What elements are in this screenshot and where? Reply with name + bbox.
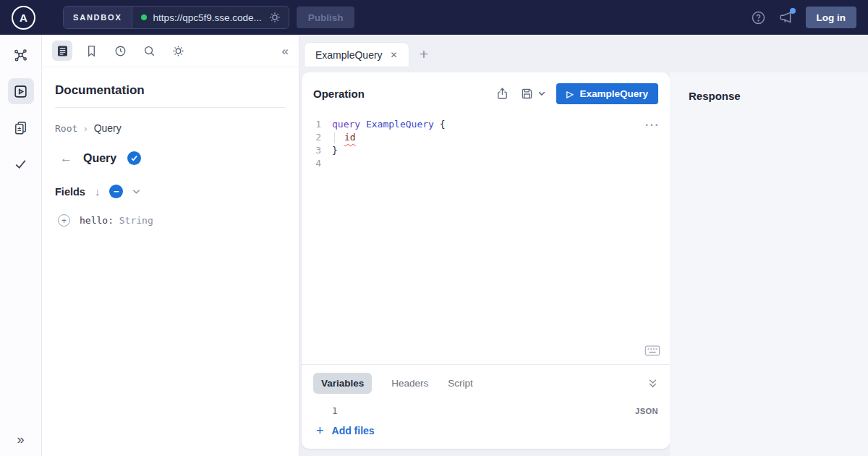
- apollo-logo-letter: A: [20, 12, 27, 24]
- connection-status-dot: [141, 14, 147, 20]
- explorer-play-icon[interactable]: [8, 78, 34, 104]
- checks-icon[interactable]: [8, 151, 34, 177]
- editor-more-menu-icon[interactable]: ⋯: [644, 117, 660, 132]
- add-files-label: Add files: [332, 425, 375, 436]
- operation-tabstrip: ExampleQuery ✕ +: [299, 35, 868, 72]
- schema-graph-icon[interactable]: [8, 42, 34, 68]
- operation-editor[interactable]: 1 query ExampleQuery { 2 id 3 } 4: [302, 113, 670, 364]
- schema-changes-icon[interactable]: ±: [8, 114, 34, 140]
- collapse-panel-double-chevron-icon[interactable]: [647, 378, 658, 389]
- code-operation-name: ExampleQuery: [366, 119, 434, 130]
- close-tab-icon[interactable]: ✕: [391, 51, 398, 59]
- operation-title: Operation: [313, 88, 365, 100]
- announcements-megaphone-icon[interactable]: [778, 10, 793, 25]
- operation-header: Operation: [302, 72, 670, 113]
- explorer-settings-gear-icon[interactable]: [168, 41, 188, 61]
- run-play-icon: ▷: [566, 90, 573, 98]
- code-line-1[interactable]: 1 query ExampleQuery {: [302, 118, 670, 131]
- operation-tab-title: ExampleQuery: [315, 49, 383, 61]
- variables-editor-row[interactable]: 1 JSON: [313, 394, 658, 416]
- field-row-hello[interactable]: + hello: String: [55, 214, 286, 227]
- code-line-3[interactable]: 3 }: [302, 144, 670, 157]
- add-files-button[interactable]: + Add files: [313, 416, 375, 449]
- publish-button[interactable]: Publish: [297, 7, 355, 28]
- response-panel: Response: [670, 72, 868, 456]
- apollo-logo[interactable]: A: [12, 6, 35, 30]
- collapse-docs-panel-icon[interactable]: «: [282, 45, 289, 57]
- operation-settings-tabs: Variables Headers Script: [313, 373, 658, 394]
- line-number: 2: [302, 131, 332, 144]
- save-chevron-down-icon[interactable]: [538, 91, 545, 96]
- run-operation-button[interactable]: ▷ ExampleQuery: [556, 83, 658, 104]
- breadcrumb-separator-icon: ›: [84, 123, 87, 134]
- sort-fields-icon[interactable]: ↓: [95, 186, 101, 197]
- documentation-tab-icon[interactable]: [52, 41, 72, 61]
- add-field-plus-icon[interactable]: +: [58, 214, 70, 227]
- line-number: 4: [302, 157, 332, 170]
- operation-actions: ▷ ExampleQuery: [495, 83, 658, 104]
- documentation-toolbar: «: [42, 35, 299, 67]
- fields-label: Fields: [55, 186, 85, 198]
- type-name: Query: [83, 152, 116, 165]
- expand-rail-icon[interactable]: »: [17, 433, 24, 446]
- code-close-brace: }: [332, 144, 338, 157]
- back-arrow-icon[interactable]: ←: [60, 152, 72, 164]
- save-icon[interactable]: [520, 87, 534, 101]
- save-group: [520, 87, 545, 101]
- endpoint-bar: SANDBOX https://qpc5f9.sse.code...: [63, 6, 289, 29]
- breadcrumb-root[interactable]: Root: [55, 123, 77, 134]
- code-open-brace: {: [434, 119, 446, 130]
- endpoint-settings-gear-icon[interactable]: [268, 11, 281, 24]
- field-name[interactable]: hello:: [80, 215, 114, 226]
- operation-settings-panel: Variables Headers Script 1 JSON: [302, 365, 670, 449]
- endpoint-url-input[interactable]: https://qpc5f9.sse.code...: [153, 12, 262, 23]
- topbar-right: Log in: [751, 7, 857, 28]
- history-clock-icon[interactable]: [110, 41, 130, 61]
- line-number: 1: [302, 118, 332, 131]
- main-area: ExampleQuery ✕ + Operation: [299, 35, 868, 456]
- type-selected-check-badge[interactable]: [127, 151, 141, 165]
- variables-line-number: 1: [332, 405, 338, 416]
- breadcrumb-current: Query: [94, 122, 122, 134]
- response-title: Response: [689, 90, 849, 102]
- saved-operations-bookmark-icon[interactable]: [81, 41, 101, 61]
- help-icon[interactable]: [751, 10, 766, 25]
- operation-card: Operation: [302, 72, 670, 449]
- variables-mode-label: JSON: [635, 407, 658, 415]
- sandbox-badge: SANDBOX: [64, 7, 132, 28]
- tab-script[interactable]: Script: [448, 378, 473, 389]
- code-keyword: query: [332, 119, 360, 130]
- login-button[interactable]: Log in: [806, 7, 857, 28]
- svg-text:±: ±: [17, 124, 21, 132]
- new-tab-icon[interactable]: +: [420, 46, 428, 62]
- topbar: A SANDBOX https://qpc5f9.sse.code... Pub…: [0, 0, 868, 35]
- left-icon-rail: ± »: [0, 35, 42, 456]
- field-type[interactable]: String: [119, 215, 153, 226]
- fields-header-row: Fields ↓ −: [55, 185, 286, 198]
- search-icon[interactable]: [139, 41, 159, 61]
- keyboard-shortcuts-icon[interactable]: [644, 345, 660, 357]
- divider: [55, 107, 286, 108]
- documentation-content: Documentation Root › Query ← Query Field…: [42, 67, 299, 238]
- run-button-label: ExampleQuery: [579, 88, 648, 99]
- code-field-with-error: id: [344, 132, 356, 143]
- line-number: 3: [302, 144, 332, 157]
- documentation-panel: « Documentation Root › Query ← Query: [42, 35, 299, 456]
- documentation-title: Documentation: [55, 83, 286, 98]
- code-line-4[interactable]: 4: [302, 157, 670, 170]
- type-header-row: ← Query: [55, 151, 286, 165]
- operation-tab[interactable]: ExampleQuery ✕: [304, 42, 409, 67]
- tab-variables[interactable]: Variables: [313, 373, 372, 394]
- tab-headers[interactable]: Headers: [391, 378, 428, 389]
- breadcrumb: Root › Query: [55, 122, 286, 134]
- notification-dot: [790, 8, 796, 14]
- code-line-2[interactable]: 2 id: [302, 131, 670, 144]
- share-icon[interactable]: [495, 87, 509, 101]
- add-files-plus-icon: +: [316, 424, 324, 437]
- app-body: ± »: [0, 35, 868, 456]
- deselect-all-fields-badge[interactable]: −: [109, 185, 123, 198]
- fields-chevron-down-icon[interactable]: [132, 189, 140, 195]
- workspace-content: Operation: [299, 72, 868, 456]
